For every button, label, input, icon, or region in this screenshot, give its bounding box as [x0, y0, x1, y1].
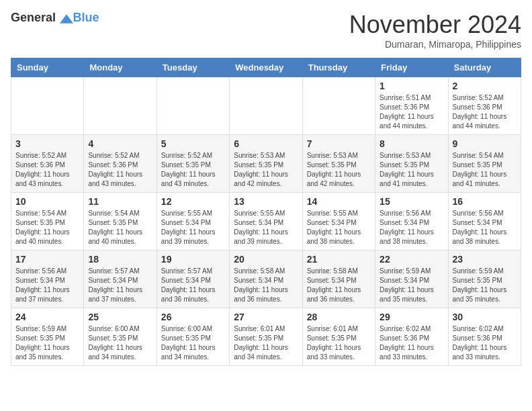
day-cell: 30Sunrise: 6:02 AM Sunset: 5:36 PM Dayli… — [448, 308, 521, 366]
week-row-4: 17Sunrise: 5:56 AM Sunset: 5:34 PM Dayli… — [11, 250, 521, 308]
day-number: 3 — [15, 138, 79, 149]
day-cell: 23Sunrise: 5:59 AM Sunset: 5:35 PM Dayli… — [448, 250, 521, 308]
logo: General Blue — [11, 11, 99, 26]
day-number: 30 — [453, 312, 517, 322]
day-cell: 17Sunrise: 5:56 AM Sunset: 5:34 PM Dayli… — [11, 250, 84, 308]
day-info: Sunrise: 6:01 AM Sunset: 5:35 PM Dayligh… — [234, 324, 298, 362]
day-info: Sunrise: 5:57 AM Sunset: 5:34 PM Dayligh… — [161, 267, 225, 304]
day-number: 10 — [15, 196, 79, 207]
day-cell: 24Sunrise: 5:59 AM Sunset: 5:35 PM Dayli… — [11, 308, 84, 366]
day-number: 12 — [161, 196, 225, 207]
week-row-5: 24Sunrise: 5:59 AM Sunset: 5:35 PM Dayli… — [11, 308, 521, 366]
calendar-table: SundayMondayTuesdayWednesdayThursdayFrid… — [11, 58, 521, 366]
week-row-2: 3Sunrise: 5:52 AM Sunset: 5:36 PM Daylig… — [11, 135, 521, 193]
weekday-header-saturday: Saturday — [448, 58, 521, 77]
day-cell: 11Sunrise: 5:54 AM Sunset: 5:35 PM Dayli… — [84, 193, 157, 250]
weekday-header-friday: Friday — [375, 58, 448, 77]
day-cell: 6Sunrise: 5:53 AM Sunset: 5:35 PM Daylig… — [230, 135, 302, 193]
day-info: Sunrise: 5:54 AM Sunset: 5:35 PM Dayligh… — [453, 151, 517, 189]
day-info: Sunrise: 5:55 AM Sunset: 5:34 PM Dayligh… — [161, 209, 225, 246]
weekday-header-thursday: Thursday — [302, 58, 375, 77]
day-number: 1 — [380, 81, 443, 91]
day-info: Sunrise: 5:58 AM Sunset: 5:34 PM Dayligh… — [307, 267, 371, 304]
day-info: Sunrise: 5:52 AM Sunset: 5:36 PM Dayligh… — [15, 151, 79, 189]
day-info: Sunrise: 5:52 AM Sunset: 5:36 PM Dayligh… — [88, 151, 152, 189]
day-cell: 1Sunrise: 5:51 AM Sunset: 5:36 PM Daylig… — [375, 77, 448, 135]
weekday-header-monday: Monday — [84, 58, 157, 77]
day-cell: 8Sunrise: 5:53 AM Sunset: 5:35 PM Daylig… — [375, 135, 448, 193]
day-cell: 16Sunrise: 5:56 AM Sunset: 5:34 PM Dayli… — [448, 193, 521, 250]
day-info: Sunrise: 5:53 AM Sunset: 5:35 PM Dayligh… — [307, 151, 371, 189]
day-cell: 14Sunrise: 5:55 AM Sunset: 5:34 PM Dayli… — [302, 193, 375, 250]
day-cell: 25Sunrise: 6:00 AM Sunset: 5:35 PM Dayli… — [84, 308, 157, 366]
day-cell — [157, 77, 229, 135]
day-number: 2 — [453, 81, 517, 91]
weekday-header-tuesday: Tuesday — [157, 58, 229, 77]
day-number: 7 — [307, 138, 371, 149]
day-info: Sunrise: 6:02 AM Sunset: 5:36 PM Dayligh… — [380, 324, 443, 362]
day-info: Sunrise: 5:56 AM Sunset: 5:34 PM Dayligh… — [15, 267, 79, 304]
day-number: 14 — [307, 196, 371, 207]
day-info: Sunrise: 5:57 AM Sunset: 5:34 PM Dayligh… — [88, 267, 152, 304]
day-info: Sunrise: 5:54 AM Sunset: 5:35 PM Dayligh… — [15, 209, 79, 246]
day-number: 20 — [234, 254, 298, 265]
day-cell: 20Sunrise: 5:58 AM Sunset: 5:34 PM Dayli… — [230, 250, 302, 308]
day-number: 5 — [161, 138, 225, 149]
day-info: Sunrise: 5:56 AM Sunset: 5:34 PM Dayligh… — [453, 209, 517, 246]
day-cell: 22Sunrise: 5:59 AM Sunset: 5:34 PM Dayli… — [375, 250, 448, 308]
day-number: 25 — [88, 312, 152, 322]
day-info: Sunrise: 5:59 AM Sunset: 5:34 PM Dayligh… — [380, 267, 443, 304]
day-cell — [302, 77, 375, 135]
day-info: Sunrise: 6:02 AM Sunset: 5:36 PM Dayligh… — [453, 324, 517, 362]
day-cell: 19Sunrise: 5:57 AM Sunset: 5:34 PM Dayli… — [157, 250, 229, 308]
day-info: Sunrise: 5:59 AM Sunset: 5:35 PM Dayligh… — [15, 324, 79, 362]
day-cell: 28Sunrise: 6:01 AM Sunset: 5:35 PM Dayli… — [302, 308, 375, 366]
day-number: 27 — [234, 312, 298, 322]
day-cell: 4Sunrise: 5:52 AM Sunset: 5:36 PM Daylig… — [84, 135, 157, 193]
day-cell: 29Sunrise: 6:02 AM Sunset: 5:36 PM Dayli… — [375, 308, 448, 366]
day-number: 16 — [453, 196, 517, 207]
day-cell: 5Sunrise: 5:52 AM Sunset: 5:35 PM Daylig… — [157, 135, 229, 193]
logo-icon — [60, 12, 73, 26]
weekday-header-sunday: Sunday — [11, 58, 84, 77]
day-cell: 7Sunrise: 5:53 AM Sunset: 5:35 PM Daylig… — [302, 135, 375, 193]
logo-text-blue: Blue — [73, 11, 99, 24]
day-info: Sunrise: 5:53 AM Sunset: 5:35 PM Dayligh… — [234, 151, 298, 189]
day-number: 29 — [380, 312, 443, 322]
day-info: Sunrise: 5:58 AM Sunset: 5:34 PM Dayligh… — [234, 267, 298, 304]
day-cell: 10Sunrise: 5:54 AM Sunset: 5:35 PM Dayli… — [11, 193, 84, 250]
day-cell: 12Sunrise: 5:55 AM Sunset: 5:34 PM Dayli… — [157, 193, 229, 250]
location: Dumaran, Mimaropa, Philippines — [349, 39, 521, 50]
day-cell: 27Sunrise: 6:01 AM Sunset: 5:35 PM Dayli… — [230, 308, 302, 366]
day-cell: 15Sunrise: 5:56 AM Sunset: 5:34 PM Dayli… — [375, 193, 448, 250]
day-number: 19 — [161, 254, 225, 265]
day-number: 23 — [453, 254, 517, 265]
day-number: 24 — [15, 312, 79, 322]
day-cell: 3Sunrise: 5:52 AM Sunset: 5:36 PM Daylig… — [11, 135, 84, 193]
day-info: Sunrise: 5:52 AM Sunset: 5:36 PM Dayligh… — [453, 93, 517, 131]
logo-text-general: General — [11, 11, 56, 24]
day-info: Sunrise: 5:59 AM Sunset: 5:35 PM Dayligh… — [453, 267, 517, 304]
title-area: November 2024 Dumaran, Mimaropa, Philipp… — [349, 11, 521, 50]
day-info: Sunrise: 6:01 AM Sunset: 5:35 PM Dayligh… — [307, 324, 371, 362]
day-number: 4 — [88, 138, 152, 149]
day-info: Sunrise: 5:54 AM Sunset: 5:35 PM Dayligh… — [88, 209, 152, 246]
weekday-header-wednesday: Wednesday — [230, 58, 302, 77]
day-cell — [230, 77, 302, 135]
day-number: 15 — [380, 196, 443, 207]
day-cell: 9Sunrise: 5:54 AM Sunset: 5:35 PM Daylig… — [448, 135, 521, 193]
svg-marker-0 — [60, 14, 73, 23]
day-cell: 26Sunrise: 6:00 AM Sunset: 5:35 PM Dayli… — [157, 308, 229, 366]
day-number: 17 — [15, 254, 79, 265]
day-cell — [11, 77, 84, 135]
day-cell: 2Sunrise: 5:52 AM Sunset: 5:36 PM Daylig… — [448, 77, 521, 135]
page-header: General Blue November 2024 Dumaran, Mima… — [11, 11, 521, 50]
day-number: 11 — [88, 196, 152, 207]
day-info: Sunrise: 5:56 AM Sunset: 5:34 PM Dayligh… — [380, 209, 443, 246]
day-cell: 18Sunrise: 5:57 AM Sunset: 5:34 PM Dayli… — [84, 250, 157, 308]
day-info: Sunrise: 5:53 AM Sunset: 5:35 PM Dayligh… — [380, 151, 443, 189]
day-number: 18 — [88, 254, 152, 265]
day-info: Sunrise: 5:55 AM Sunset: 5:34 PM Dayligh… — [307, 209, 371, 246]
day-number: 28 — [307, 312, 371, 322]
day-info: Sunrise: 6:00 AM Sunset: 5:35 PM Dayligh… — [88, 324, 152, 362]
